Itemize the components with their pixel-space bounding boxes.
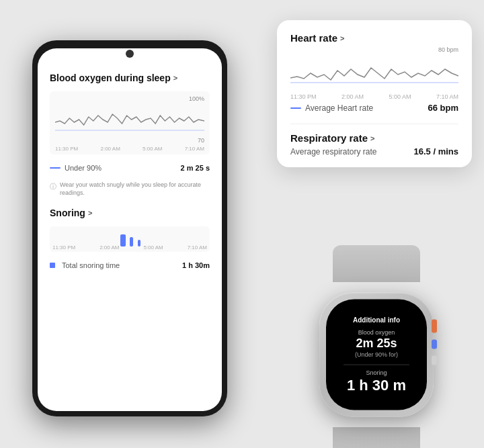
blood-oxygen-chevron: >: [173, 74, 177, 82]
snoring-chevron: >: [88, 209, 92, 217]
watch-band-top: [333, 245, 420, 282]
blood-oxygen-stat: Under 90% 2 m 25 s: [50, 163, 210, 173]
watch: Additional info Blood oxygen 2m 25s (Und…: [309, 277, 444, 432]
watch-title: Additional info: [353, 316, 400, 323]
watch-snoring-value: 1 h 30 m: [347, 377, 406, 394]
watch-snoring-label: Snoring: [366, 369, 387, 376]
heart-rate-chart: [290, 54, 458, 91]
phone: Blood oxygen during sleep > 100% 70 11:3…: [32, 40, 227, 416]
respiratory-avg-label: Average respiratory rate: [290, 147, 377, 156]
snoring-stat-label: Total snoring time: [50, 261, 120, 269]
bpm-top-label: 80 bpm: [290, 46, 458, 53]
snoring-label: Snoring: [50, 208, 85, 218]
watch-blood-oxygen-label: Blood oxygen: [358, 328, 395, 335]
heart-rate-times: 11:30 PM 2:00 AM 5:00 AM 7:10 AM: [290, 93, 458, 100]
sq-dot-icon: [50, 263, 55, 268]
watch-band-bot: [333, 427, 420, 448]
snoring-stat: Total snoring time 1 h 30m: [50, 260, 210, 271]
snoring-times: 11:30 PM 2:00 AM 5:00 AM 7:10 AM: [52, 244, 207, 251]
phone-notch: [126, 50, 134, 58]
info-icon: ⓘ: [50, 182, 56, 191]
watch-button-top: [432, 320, 437, 333]
respiratory-rate-label: Respiratory rate: [290, 132, 368, 144]
heart-rate-section: Heart rate > 80 bpm 11:30 PM 2:00 AM 5:0…: [290, 32, 458, 116]
snoring-stat-value: 1 h 30m: [182, 261, 210, 269]
watch-body: Additional info Blood oxygen 2m 25s (Und…: [319, 293, 434, 417]
watch-divider: [344, 365, 409, 365]
chart-bottom-label: 70: [55, 137, 204, 144]
heart-rate-avg-value: 66 bpm: [428, 103, 458, 113]
watch-button-mid: [432, 340, 437, 349]
blood-oxygen-chart: 100% 70 11:30 PM 2:00 AM 5:00 AM 7:10 AM: [50, 91, 210, 154]
blood-oxygen-stat-value: 2 m 25 s: [181, 164, 210, 172]
watch-screen: Additional info Blood oxygen 2m 25s (Und…: [326, 300, 427, 410]
health-card: Heart rate > 80 bpm 11:30 PM 2:00 AM 5:0…: [277, 20, 472, 167]
chart-top-label: 100%: [55, 95, 204, 102]
blood-oxygen-info: ⓘ Wear your watch snugly while you sleep…: [50, 181, 210, 197]
snoring-title[interactable]: Snoring >: [50, 208, 210, 218]
heart-rate-title[interactable]: Heart rate >: [290, 32, 458, 44]
card-divider: [290, 124, 458, 124]
heart-rate-dot-line: [290, 107, 301, 109]
blood-oxygen-times: 11:30 PM 2:00 AM 5:00 AM 7:10 AM: [55, 146, 204, 152]
dot-line-icon: [50, 167, 61, 169]
heart-rate-label: Heart rate: [290, 32, 337, 44]
watch-blood-oxygen-sub: (Under 90% for): [355, 351, 398, 358]
heart-rate-avg-row: Average Heart rate 66 bpm: [290, 100, 458, 116]
phone-screen: Blood oxygen during sleep > 100% 70 11:3…: [38, 48, 222, 411]
respiratory-avg-value: 16.5 / mins: [414, 146, 458, 156]
heart-rate-chevron: >: [340, 34, 344, 42]
heart-rate-avg-label: Average Heart rate: [290, 103, 373, 113]
blood-oxygen-label: Blood oxygen during sleep: [50, 73, 171, 83]
blood-oxygen-stat-label: Under 90%: [50, 164, 102, 172]
respiratory-rate-section: Respiratory rate > Average respiratory r…: [290, 132, 458, 156]
respiratory-rate-title[interactable]: Respiratory rate >: [290, 132, 458, 144]
blood-oxygen-sparkline: [55, 103, 204, 136]
blood-oxygen-title[interactable]: Blood oxygen during sleep >: [50, 73, 210, 83]
respiratory-avg-row: Average respiratory rate 16.5 / mins: [290, 146, 458, 156]
respiratory-rate-chevron: >: [370, 134, 374, 142]
watch-blood-oxygen-value: 2m 25s: [356, 337, 397, 350]
watch-button-bot: [432, 356, 437, 365]
snoring-chart: 11:30 PM 2:00 AM 5:00 AM 7:10 AM: [50, 226, 210, 252]
